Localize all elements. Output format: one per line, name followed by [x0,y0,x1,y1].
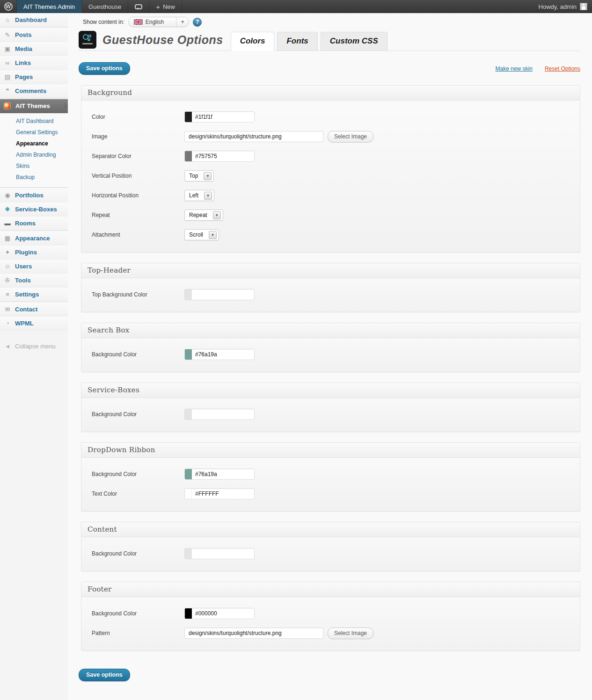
sidebar-item-plugins[interactable]: ✦Plugins [0,245,68,260]
tab-colors[interactable]: Colors [231,32,275,51]
color-input[interactable] [184,349,255,360]
tab-fonts[interactable]: Fonts [277,32,317,51]
color-swatch [185,608,192,619]
submenu-item-admin-branding[interactable]: Admin Branding [0,149,68,160]
guesthouse-theme-logo [79,31,96,49]
submenu-item-ait-dashboard[interactable]: AIT Dashboard [0,115,68,127]
color-swatch [185,349,192,360]
settings-icon: ≡ [3,291,12,298]
field-label: Background Color [81,411,184,418]
section-search-box: Search BoxBackground Color [81,323,580,372]
section-body: Background Color [81,338,580,372]
help-icon[interactable]: ? [193,18,202,27]
make-new-skin-link[interactable]: Make new skin [496,65,533,72]
tab-custom-css[interactable]: Custom CSS [321,32,387,51]
contact-gear-icon: ✉ [3,306,12,313]
section-title: Footer [81,582,580,597]
color-swatch [185,289,192,300]
admin-bar-site-admin[interactable]: AIT Themes Admin [17,0,82,13]
home-icon: ⌂ [3,16,12,23]
sidebar-item-label: WPML [15,320,34,327]
image-path-input[interactable] [184,131,323,142]
sidebar-item-ait-themes[interactable]: AIT Themes [0,99,68,113]
sidebar: ⌂Dashboard✎Posts▣Media∞Links▤Pages❞Comme… [0,13,68,700]
submenu-item-appearance[interactable]: Appearance [0,138,68,149]
sidebar-item-label: Portfolios [15,192,44,199]
field-label: Attachment [81,231,184,238]
chevron-down-icon: ▼ [204,192,212,200]
sidebar-item-dashboard[interactable]: ⌂Dashboard [0,13,68,27]
save-options-button-bottom[interactable]: Save options [79,669,130,681]
sidebar-item-portfolios[interactable]: ◉Portfolios [0,188,68,202]
sidebar-item-links[interactable]: ∞Links [0,56,68,70]
color-field [184,349,255,360]
users-icon: ☺ [3,263,12,270]
image-path-input[interactable] [184,628,323,639]
select-image-button[interactable]: Select Image [328,628,373,639]
save-options-button-top[interactable]: Save options [79,62,130,75]
sidebar-item-users[interactable]: ☺Users [0,260,68,274]
sidebar-item-appearance[interactable]: ▦Appearance [0,231,68,245]
field-label: Horizontal Position [81,192,184,199]
select-value: Scroll [189,231,203,238]
color-input[interactable] [184,488,255,499]
color-swatch [185,548,192,559]
repeat-select[interactable]: Repeat▼ [184,209,223,221]
select-image-button[interactable]: Select Image [328,131,373,143]
submenu-item-skins[interactable]: Skins [0,160,68,172]
section-content: ContentBackground Color [81,522,580,571]
select-value: Left [189,192,198,199]
sidebar-item-label: Media [15,45,32,52]
media-icon: ▣ [3,45,12,52]
sidebar-item-comments[interactable]: ❞Comments [0,84,68,98]
sidebar-item-pages[interactable]: ▤Pages [0,70,68,84]
sidebar-item-media[interactable]: ▣Media [0,42,68,56]
sidebar-item-label: Appearance [15,235,50,242]
field-row-separator-color: Separator Color [81,146,580,166]
appearance-icon: ▦ [3,235,12,242]
color-input[interactable] [184,111,255,123]
wordpress-logo-menu[interactable]: W [0,0,17,13]
color-swatch [185,112,192,122]
submenu-item-general-settings[interactable]: General Settings [0,127,68,138]
vertical-position-select[interactable]: Top▼ [184,170,214,181]
sidebar-item-posts[interactable]: ✎Posts [0,28,68,42]
image-path-field [184,131,323,142]
attachment-select[interactable]: Scroll▼ [184,229,219,240]
language-select-value: English [146,19,164,25]
color-input[interactable] [184,608,255,619]
admin-bar-account[interactable]: Howdy, admin [534,0,592,13]
color-input[interactable] [184,409,255,420]
reset-options-link[interactable]: Reset Options [545,65,580,72]
show-content-in-label: Show content in: [83,19,124,25]
color-input[interactable] [184,289,255,300]
submenu-item-backup[interactable]: Backup [0,172,68,183]
sidebar-item-label: Contact [15,306,37,313]
color-field [184,409,255,420]
color-input[interactable] [184,548,255,559]
bed-icon: ▬ [3,220,12,227]
sidebar-item-settings[interactable]: ≡Settings [0,288,68,302]
admin-bar-site-name[interactable]: Guesthouse [82,0,128,13]
collapse-menu-button[interactable]: ◄Collapse menu [0,339,68,353]
color-input[interactable] [184,469,255,480]
admin-bar-new[interactable]: + New [149,0,182,13]
sidebar-submenu-ait-themes: AIT DashboardGeneral SettingsAppearanceA… [0,113,68,188]
sidebar-item-service-boxes[interactable]: ✱Service-Boxes [0,202,68,216]
color-input[interactable] [184,151,255,162]
field-row-repeat: RepeatRepeat▼ [81,205,580,225]
sidebar-item-label: Settings [15,291,39,298]
admin-bar-comments[interactable] [128,0,149,13]
sidebar-item-wpml[interactable]: ◔WPML [0,317,68,331]
language-select[interactable]: English ▼ [128,17,189,27]
admin-bar: W AIT Themes Admin Guesthouse + New Howd… [0,0,592,13]
plugin-icon: ✦ [3,249,12,256]
uk-flag-icon [134,19,143,25]
main-content: Show content in: English ▼ ? [68,13,592,700]
sidebar-item-contact[interactable]: ✉Contact [0,303,68,317]
horizontal-position-select[interactable]: Left▼ [184,190,214,201]
sidebar-item-rooms[interactable]: ▬Rooms [0,216,68,231]
sidebar-item-tools[interactable]: ✇Tools [0,274,68,288]
collapse-menu-label: Collapse menu [15,343,56,350]
field-row-background-color: Background Color [81,604,580,623]
